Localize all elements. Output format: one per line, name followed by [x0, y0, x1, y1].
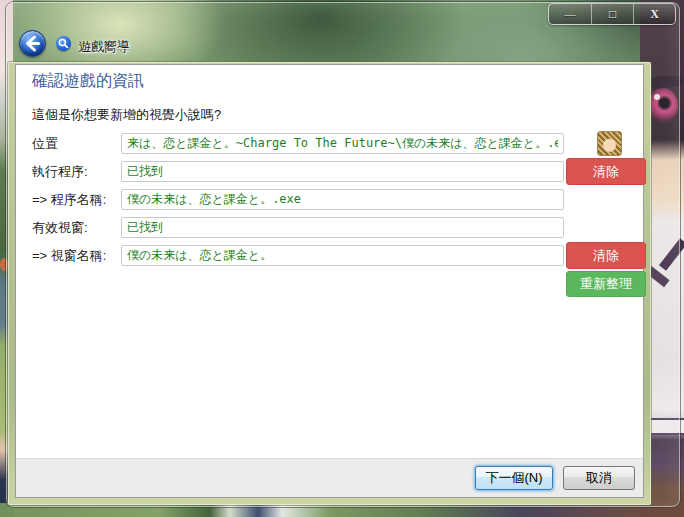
back-arrow-icon [20, 31, 45, 56]
window-status-input[interactable] [121, 217, 564, 238]
close-button[interactable]: X [633, 4, 675, 24]
confirm-question: 這個是你想要新增的視覺小說嗎? [32, 106, 221, 124]
process-status-input[interactable] [121, 161, 564, 182]
footer-bar: 下一個(N) 取消 [16, 458, 643, 497]
window-caption-buttons: — □ X [548, 3, 676, 25]
wizard-title: 遊戲嚮導 [78, 38, 130, 56]
process-name-input[interactable] [121, 189, 564, 210]
maximize-icon: □ [609, 7, 616, 21]
magnifier-glyph [56, 36, 71, 51]
minimize-icon: — [565, 8, 576, 20]
glass-border: 確認遊戲的資訊 這個是你想要新增的視覺小說嗎? 位置 執行程序: 清除 => 程… [8, 62, 651, 505]
back-button[interactable] [19, 30, 46, 57]
minimize-button[interactable]: — [549, 4, 591, 24]
close-icon: X [650, 7, 659, 21]
process-label: 執行程序: [32, 161, 124, 182]
search-icon [56, 36, 71, 51]
page-title: 確認遊戲的資訊 [32, 71, 144, 92]
clear-process-button[interactable]: 清除 [566, 158, 646, 185]
window-status-label: 有效視窗: [32, 217, 124, 238]
refresh-button[interactable]: 重新整理 [566, 271, 646, 297]
next-button[interactable]: 下一個(N) [475, 466, 553, 490]
location-input[interactable] [121, 133, 564, 154]
cancel-button[interactable]: 取消 [563, 466, 635, 490]
window-name-input[interactable] [121, 245, 564, 266]
location-label: 位置 [32, 133, 124, 154]
screen: — □ X 遊戲嚮導 確認遊戲的資訊 這個是你想要新增的視覺小說嗎? 位置 執行… [0, 0, 684, 517]
window-name-label: => 視窗名稱: [32, 245, 124, 266]
game-avatar-icon [597, 131, 622, 156]
clear-window-button[interactable]: 清除 [566, 242, 646, 269]
maximize-button[interactable]: □ [591, 4, 633, 24]
content-panel: 確認遊戲的資訊 這個是你想要新增的視覺小說嗎? 位置 執行程序: 清除 => 程… [15, 64, 644, 498]
process-name-label: => 程序名稱: [32, 189, 124, 210]
